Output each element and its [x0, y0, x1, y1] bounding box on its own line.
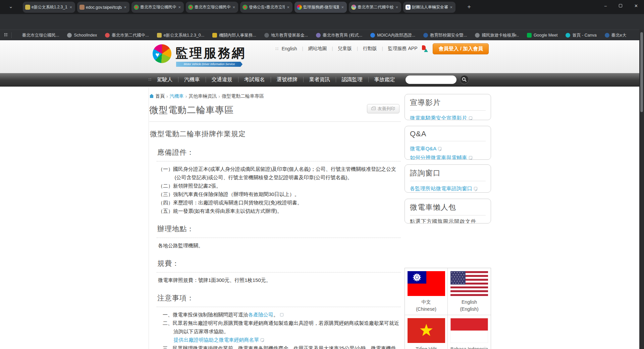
- breadcrumb-other-info[interactable]: 其他車輛資訊: [189, 93, 217, 99]
- browser-tab[interactable]: 臺北市立瑠公國民中學 |×: [186, 2, 238, 13]
- browser-tab[interactable]: 臺北市第二代國中校務行×: [349, 2, 401, 13]
- minimize-button[interactable]: –: [604, 3, 607, 8]
- sidebar-heading: 諮詢窗口: [410, 168, 486, 181]
- bookmark-item[interactable]: 臺北市教育局 (程式...: [316, 33, 362, 38]
- bookmark-label: e新公文系統1.2.3_0...: [164, 33, 205, 38]
- bookmark-label: 臺北e大: [611, 33, 626, 38]
- utility-link-sitemap[interactable]: 網站地圖: [308, 46, 327, 52]
- nav-item-accidents[interactable]: 事故鑑定: [369, 76, 401, 83]
- browser-tab[interactable]: V財團法人車輛安全審驗中×: [403, 2, 455, 13]
- flag-label-en: (English): [448, 306, 491, 313]
- bookmark-item[interactable]: 地方教育發展基金...: [264, 33, 308, 38]
- site-favicon: [316, 33, 321, 38]
- close-tab-icon[interactable]: ×: [286, 5, 290, 10]
- section-location: 辦理地點： 各地公路監理機關。: [149, 224, 401, 250]
- breadcrumb: 首頁 › 汽機車 › 其他車輛資訊 › 微型電動二輪車專區: [150, 93, 401, 99]
- distinguish-link[interactable]: 如何分辨微電車與電輔車: [410, 153, 486, 160]
- utility-link-kids[interactable]: 兒童版: [338, 46, 352, 52]
- utility-separator: ｜: [380, 46, 385, 52]
- flag-cell-chinese[interactable]: 中文(Chinese): [405, 268, 448, 315]
- site-search-input[interactable]: [406, 76, 457, 84]
- breadcrumb-home[interactable]: 首頁: [155, 93, 165, 99]
- nav-item-operators[interactable]: 業者資訊: [304, 76, 336, 83]
- nav-item-plates[interactable]: 選號標牌: [271, 76, 303, 83]
- bookmark-item[interactable]: Google Meet: [527, 33, 558, 38]
- nav-item-about[interactable]: 認識監理: [336, 76, 368, 83]
- flag-cell-indonesian[interactable]: Bahasa Indonesia(Indonesian): [448, 315, 491, 349]
- bookmark-item[interactable]: 首頁 - Canva: [566, 33, 596, 38]
- bookmark-item[interactable]: 機關內部人事業務...: [212, 33, 256, 38]
- breadcrumb-separator: ›: [185, 94, 187, 99]
- bookmark-item[interactable]: 臺北市第二代國中...: [105, 33, 149, 38]
- browser-tab[interactable]: 發佈公告‹臺北市立瑠公國×: [240, 2, 292, 13]
- utility-link-mobile[interactable]: 行動版: [363, 46, 377, 52]
- browser-tab-active[interactable]: 監理服務網-微型電動二輪×: [294, 2, 347, 13]
- safety-video-link[interactable]: 微電車騎乘安全宣導影片: [410, 113, 486, 120]
- new-tab-button[interactable]: ＋: [466, 3, 472, 10]
- print-button-label: 友善列印: [378, 106, 395, 112]
- section-heading: 規費：: [157, 259, 401, 272]
- breadcrumb-vehicles[interactable]: 汽機車: [170, 93, 184, 99]
- close-window-button[interactable]: ✕: [634, 3, 638, 8]
- bookmarks-overflow-icon[interactable]: »: [514, 32, 517, 37]
- member-login-button[interactable]: 會員登入 / 加入會員: [433, 43, 489, 54]
- browser-tab[interactable]: edoc.gov.taipei/tcqb/tb×: [77, 2, 129, 13]
- utility-nav: ∷ English ｜ 網站地圖 ｜ 兒童版 ｜ 行動版 ｜ 監理服務 APP …: [275, 43, 489, 54]
- nav-item-exam[interactable]: 考試報名: [238, 76, 271, 83]
- school-favicon: [15, 33, 20, 38]
- maximize-button[interactable]: [619, 4, 622, 7]
- bookmark-item[interactable]: e新公文系統1.2.3_0...: [157, 33, 205, 38]
- content-divider: [149, 87, 149, 349]
- consult-window-link[interactable]: 各監理所站微電車諮詢窗口: [410, 184, 486, 193]
- close-tab-icon[interactable]: ×: [123, 5, 127, 10]
- print-friendly-button[interactable]: 友善列印: [367, 104, 399, 113]
- scrollbar-thumb[interactable]: [640, 32, 643, 112]
- tab-title: edoc.gov.taipei/tcqb/tb: [86, 5, 122, 10]
- external-link-icon: [438, 147, 441, 150]
- school-favicon: [188, 5, 193, 10]
- school-favicon: [243, 5, 248, 10]
- close-tab-icon[interactable]: ×: [340, 5, 344, 10]
- doc-item: （四）來歷證明：出廠證明或海關進口與貨物稅完(免)稅證明書。: [158, 198, 401, 207]
- close-tab-icon[interactable]: ×: [69, 5, 73, 10]
- school-favicon: [134, 5, 139, 10]
- site-header: 監理服務網 Motor Vehicle Driver Information S…: [0, 40, 644, 73]
- tab-strip: e新公文系統1.2.3_1119_S× edoc.gov.taipei/tcqb…: [23, 2, 455, 13]
- apps-grid-icon[interactable]: [4, 33, 8, 37]
- mvdis-app-icon[interactable]: [421, 45, 429, 52]
- flag-cell-english[interactable]: English(English): [448, 268, 491, 315]
- tab-search-chevron-icon[interactable]: ⌄: [9, 3, 13, 9]
- doc-item: （一）國民身分證正本(或軍人身分證或僑民居留證)及印章(個人名義)；公司、行號主…: [158, 165, 401, 182]
- flag-label: 中文: [405, 299, 447, 306]
- browser-tab[interactable]: e新公文系統1.2.3_1119_S×: [23, 2, 75, 13]
- bookmark-item[interactable]: SchoolIndex: [67, 33, 97, 38]
- link-label: 各監理所站微電車諮詢窗口: [410, 186, 472, 191]
- bookmark-item[interactable]: 臺北市立瑠公國民...: [15, 33, 59, 38]
- utility-link-app[interactable]: 監理服務 APP: [388, 46, 418, 52]
- factory-cert-dealers-link[interactable]: 提供出廠證明協助之微電車經銷商名單: [173, 337, 259, 343]
- globe-favicon: [475, 33, 480, 38]
- search-button[interactable]: [460, 75, 469, 84]
- close-tab-icon[interactable]: ×: [232, 5, 236, 10]
- nav-item-violations[interactable]: 交通違規: [206, 76, 238, 83]
- close-tab-icon[interactable]: ×: [449, 5, 453, 10]
- close-tab-icon[interactable]: ×: [177, 5, 181, 10]
- site-logo[interactable]: 監理服務網 Motor Vehicle Driver Information S…: [153, 44, 246, 63]
- nav-item-vehicles[interactable]: 汽機車: [178, 76, 206, 83]
- bookmark-item[interactable]: 臺北e大: [605, 33, 626, 38]
- nav-separator: [336, 77, 336, 82]
- qa-link[interactable]: 微電車Q&A: [410, 144, 486, 153]
- close-tab-icon[interactable]: ×: [395, 5, 399, 10]
- section-heading: 應備證件：: [157, 148, 401, 161]
- bookmark-item[interactable]: MOICA內政部憑證...: [370, 33, 415, 38]
- insurers-link[interactable]: 各產險公司: [248, 312, 273, 317]
- page-title: 微型電動二輪車專區: [149, 104, 401, 116]
- doc-item: （三）強制汽車責任保險保險證（辦理時有效期間30日以上）。: [158, 190, 401, 198]
- utility-link-english[interactable]: English: [282, 46, 297, 51]
- nav-item-drivers[interactable]: 駕駛人: [151, 76, 178, 83]
- bookmark-item[interactable]: 國民旅遊卡檢核系...: [475, 33, 519, 38]
- browser-tab[interactable]: 臺北市立瑠公國民中學 |×: [131, 2, 184, 13]
- nav-separator: [368, 77, 369, 82]
- flag-cell-vietnamese[interactable]: Tiếng Việt(Vietnamese): [405, 315, 448, 349]
- bookmark-item[interactable]: 教育部校園安全暨...: [423, 33, 467, 38]
